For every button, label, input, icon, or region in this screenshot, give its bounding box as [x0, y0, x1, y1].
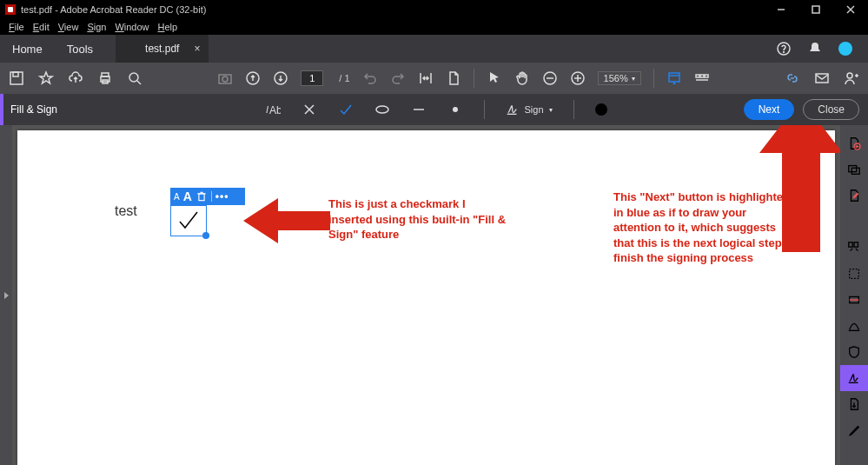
- next-button[interactable]: Next: [744, 99, 795, 120]
- svg-rect-9: [102, 73, 109, 76]
- separator: [211, 191, 212, 202]
- left-gutter-expand[interactable]: [0, 125, 12, 465]
- text-tool-icon[interactable]: IAb: [264, 102, 280, 117]
- separator: [474, 69, 474, 88]
- rp-comment-icon[interactable]: [840, 209, 868, 235]
- cloud-upload-icon[interactable]: [68, 70, 83, 86]
- menu-view[interactable]: View: [55, 21, 83, 33]
- camera-icon[interactable]: [217, 70, 233, 86]
- page-up-icon[interactable]: [245, 70, 261, 86]
- rp-combine-icon[interactable]: [840, 156, 868, 183]
- undo-icon[interactable]: [362, 70, 378, 86]
- svg-rect-24: [696, 75, 699, 77]
- pdf-page[interactable]: test A A ••• This is just a che: [17, 130, 835, 465]
- rp-create-pdf-icon[interactable]: [840, 130, 868, 156]
- pointer-icon[interactable]: [487, 70, 502, 86]
- menu-help[interactable]: Help: [155, 21, 182, 33]
- separator: [483, 100, 484, 119]
- window-controls: [764, 0, 868, 19]
- tab-close-icon[interactable]: ×: [194, 43, 200, 55]
- account-avatar[interactable]: [838, 42, 852, 56]
- menu-window[interactable]: Window: [111, 21, 152, 33]
- share-person-icon[interactable]: [844, 70, 859, 86]
- rp-more-tools-icon[interactable]: [840, 417, 868, 443]
- window-titlebar: test.pdf - Adobe Acrobat Reader DC (32-b…: [0, 0, 868, 19]
- checkmark-tool-icon[interactable]: [337, 102, 353, 117]
- rp-scan-icon[interactable]: [840, 287, 868, 313]
- document-canvas[interactable]: test A A ••• This is just a che: [12, 125, 840, 465]
- zoom-in-icon[interactable]: [570, 70, 586, 86]
- rp-export-icon[interactable]: [840, 391, 868, 417]
- decrease-size-icon[interactable]: A: [174, 192, 180, 202]
- color-picker-dot[interactable]: [595, 103, 607, 116]
- svg-rect-26: [705, 75, 708, 77]
- search-icon[interactable]: [127, 70, 142, 86]
- main-toolbar: / 1 156%▾: [0, 63, 868, 94]
- share-link-icon[interactable]: [785, 70, 800, 86]
- dot-tool-icon[interactable]: [447, 102, 462, 117]
- page-total: / 1: [339, 73, 349, 83]
- sign-tool[interactable]: Sign ▾: [505, 103, 552, 116]
- minimize-button[interactable]: [764, 0, 798, 19]
- rp-fill-sign-icon[interactable]: [840, 365, 868, 391]
- rp-protect-icon[interactable]: [840, 339, 868, 365]
- menu-sign[interactable]: Sign: [83, 21, 109, 33]
- workspace: test A A ••• This is just a che: [0, 125, 868, 465]
- help-icon[interactable]: [776, 41, 792, 56]
- increase-size-icon[interactable]: A: [183, 189, 192, 203]
- delete-annotation-icon[interactable]: [195, 190, 208, 203]
- tab-bar: Home Tools test.pdf ×: [0, 35, 868, 63]
- tab-document-label: test.pdf: [145, 43, 179, 55]
- zoom-level-dropdown[interactable]: 156%▾: [598, 71, 641, 85]
- zoom-out-icon[interactable]: [542, 70, 558, 86]
- fill-sign-toolbar: Fill & Sign IAb Sign ▾ Next Close: [0, 94, 868, 125]
- maximize-button[interactable]: [798, 0, 833, 19]
- redo-icon[interactable]: [390, 70, 406, 86]
- rp-edit-pdf-icon[interactable]: [840, 183, 868, 209]
- tab-document[interactable]: test.pdf ×: [116, 35, 209, 63]
- tab-home[interactable]: Home: [0, 35, 55, 63]
- checkmark-field[interactable]: [170, 205, 207, 236]
- zoom-level-label: 156%: [604, 73, 628, 83]
- svg-rect-44: [851, 168, 859, 174]
- svg-rect-46: [854, 242, 858, 247]
- menu-file[interactable]: File: [5, 21, 28, 33]
- menu-edit[interactable]: Edit: [30, 21, 53, 33]
- rp-redact-icon[interactable]: [840, 313, 868, 339]
- line-tool-icon[interactable]: [410, 102, 426, 117]
- star-icon[interactable]: [38, 70, 54, 86]
- fit-width-icon[interactable]: [418, 70, 434, 86]
- svg-point-35: [375, 106, 388, 113]
- resize-handle[interactable]: [202, 232, 209, 239]
- svg-text:I: I: [265, 104, 268, 115]
- svg-rect-7: [13, 72, 18, 76]
- email-icon[interactable]: [814, 70, 830, 86]
- annotation-arrow-left: [243, 198, 330, 247]
- tab-tools[interactable]: Tools: [55, 35, 105, 63]
- menu-bar: File Edit View Sign Window Help: [0, 19, 868, 35]
- page-number-input[interactable]: [301, 70, 323, 86]
- svg-rect-43: [849, 166, 857, 172]
- page-down-icon[interactable]: [273, 70, 288, 86]
- checkmark-annotation[interactable]: A A •••: [170, 188, 245, 236]
- save-icon[interactable]: [9, 70, 24, 86]
- bell-icon[interactable]: [807, 41, 823, 56]
- circle-tool-icon[interactable]: [374, 102, 389, 117]
- more-annotation-icon[interactable]: •••: [215, 190, 229, 203]
- print-icon[interactable]: [97, 70, 113, 86]
- svg-rect-6: [10, 72, 23, 84]
- tab-right-tools: [776, 41, 868, 56]
- x-mark-tool-icon[interactable]: [301, 102, 316, 117]
- rp-organize-icon[interactable]: [840, 235, 868, 261]
- svg-rect-39: [199, 194, 204, 201]
- close-button[interactable]: Close: [803, 99, 859, 120]
- page-icon[interactable]: [446, 70, 461, 86]
- right-tools-panel: [840, 125, 868, 465]
- svg-point-14: [222, 76, 228, 82]
- rp-compress-icon[interactable]: [840, 261, 868, 287]
- hand-icon[interactable]: [514, 70, 530, 86]
- overflow-icon[interactable]: [694, 70, 710, 86]
- read-mode-icon[interactable]: [666, 70, 682, 86]
- separator: [573, 100, 574, 119]
- close-window-button[interactable]: [833, 0, 868, 19]
